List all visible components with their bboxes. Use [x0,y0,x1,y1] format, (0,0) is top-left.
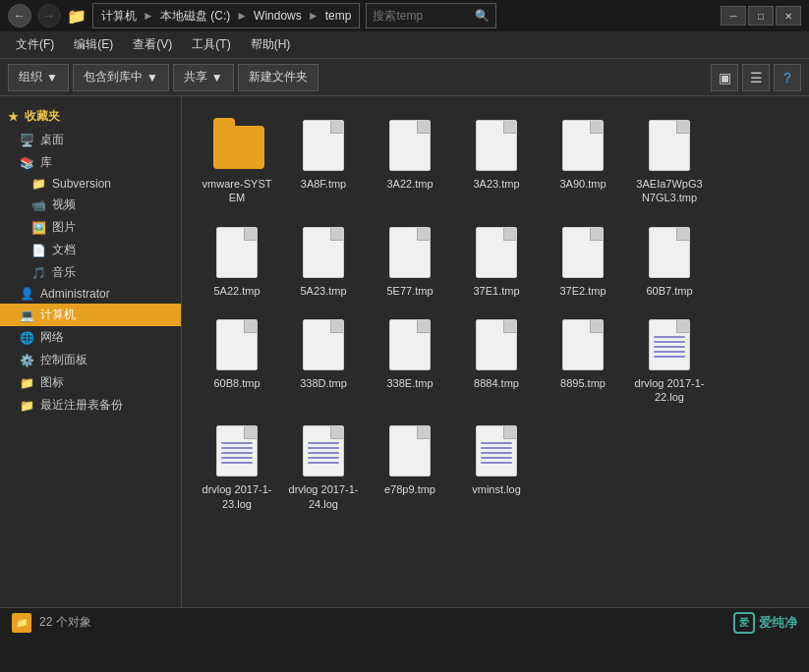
organize-button[interactable]: 组织 ▼ [8,64,69,91]
new-folder-button[interactable]: 新建文件夹 [238,64,318,91]
view-toggle-button[interactable]: ▣ [711,64,738,91]
file-area: vmware-SYSTEM3A8F.tmp3A22.tmp3A23.tmp3A9… [182,96,809,607]
path-windows: Windows [254,9,302,23]
folder-icon: 📁 [20,376,34,390]
file-item[interactable]: 60B8.tmp [198,311,276,411]
menu-tools[interactable]: 工具(T) [184,32,238,57]
menu-edit[interactable]: 编辑(E) [66,32,121,57]
file-item[interactable]: drvlog 2017-1-22.log [630,311,709,411]
file-item[interactable]: 338D.tmp [284,311,363,411]
statusbar-right: 爱 爱纯净 [733,612,797,634]
doc-icon [473,317,520,372]
search-input[interactable] [373,9,471,23]
file-item[interactable]: 37E1.tmp [457,219,536,304]
document-icon: 📄 [31,244,46,257]
computer-icon: 💻 [20,308,34,322]
share-button[interactable]: 共享 ▼ [173,64,234,91]
forward-button[interactable]: → [37,4,61,28]
file-item[interactable]: vminst.log [457,418,536,517]
chevron-down-icon: ▼ [211,71,223,84]
file-item[interactable]: 338E.tmp [371,311,449,411]
toolbar-right: ▣ ☰ ? [711,64,801,91]
file-item[interactable]: 5A22.tmp [198,219,276,304]
file-item[interactable]: 3A22.tmp [371,112,449,211]
sidebar-item-computer[interactable]: 💻 计算机 [0,304,181,326]
sidebar-item-controlpanel[interactable]: ⚙️ 控制面板 [0,349,181,371]
file-name: 60B8.tmp [213,376,260,390]
file-item[interactable]: 8884.tmp [457,311,536,411]
sidebar-item-library[interactable]: 📚 库 [0,151,181,174]
file-item[interactable]: 3A90.tmp [544,112,622,211]
file-name: 3A8F.tmp [301,177,346,191]
doc-icon [386,225,433,280]
sidebar-item-icons[interactable]: 📁 图标 [0,371,181,394]
favorites-section: ★ 收藏夹 [0,104,181,129]
sidebar-item-music[interactable]: 🎵 音乐 [0,261,181,284]
window-controls: ─ □ ✕ [721,6,801,26]
file-name: 338E.tmp [386,376,433,390]
file-item[interactable]: vmware-SYSTEM [198,112,276,211]
file-name: 3A22.tmp [386,177,433,191]
folder-icon: 📁 [67,7,87,26]
back-button[interactable]: ← [8,4,31,28]
file-name: vmware-SYSTEM [202,177,272,205]
file-name: 5E77.tmp [386,284,433,298]
file-name: 37E2.tmp [559,284,606,298]
minimize-button[interactable]: ─ [721,6,746,26]
file-item[interactable]: 37E2.tmp [544,219,622,304]
sidebar-item-desktop[interactable]: 🖥️ 桌面 [0,129,181,151]
file-name: 3A23.tmp [473,177,519,191]
doc-icon [300,118,347,173]
sidebar-item-pictures[interactable]: 🖼️ 图片 [0,216,181,239]
doc-icon [473,225,520,280]
doc-icon [559,225,607,280]
sidebar-item-video[interactable]: 📹 视频 [0,194,181,216]
menu-view[interactable]: 查看(V) [125,32,180,57]
path-temp: temp [325,9,352,23]
file-name: drvlog 2017-1-24.log [288,482,359,511]
log-icon [473,423,520,478]
search-box[interactable]: 🔍 [366,3,496,28]
toolbar: 组织 ▼ 包含到库中 ▼ 共享 ▼ 新建文件夹 ▣ ☰ ? [0,59,809,96]
file-item[interactable]: 8895.tmp [544,311,622,411]
library-icon: 📚 [20,156,34,170]
control-icon: ⚙️ [20,354,34,367]
close-button[interactable]: ✕ [776,6,801,26]
folder-icon [213,118,260,173]
sidebar-item-network[interactable]: 🌐 网络 [0,326,181,349]
folder-icon: 📁 [31,177,46,191]
file-item[interactable]: 3AEIa7WpG3N7GL3.tmp [630,112,709,211]
log-icon [213,423,260,478]
file-item[interactable]: e78p9.tmp [371,418,449,517]
view-list-button[interactable]: ☰ [742,64,770,91]
include-lib-button[interactable]: 包含到库中 ▼ [73,64,169,91]
statusbar: 📁 22 个对象 爱 爱纯净 [0,607,809,637]
sidebar-item-documents[interactable]: 📄 文档 [0,239,181,261]
doc-icon [300,225,347,280]
file-name: e78p9.tmp [384,482,435,496]
watermark-logo: 爱 [733,612,755,634]
file-item[interactable]: drvlog 2017-1-24.log [284,418,363,517]
menu-help[interactable]: 帮助(H) [243,32,299,57]
file-name: 5A22.tmp [213,284,260,298]
sidebar-item-regbackup[interactable]: 📁 最近注册表备份 [0,394,181,417]
menu-file[interactable]: 文件(F) [8,32,62,57]
file-item[interactable]: drvlog 2017-1-23.log [198,418,276,517]
file-item[interactable]: 3A23.tmp [457,112,536,211]
doc-icon [473,118,520,173]
chevron-down-icon: ▼ [46,71,58,84]
file-name: drvlog 2017-1-22.log [634,376,705,405]
doc-icon [213,317,260,372]
file-item[interactable]: 3A8F.tmp [284,112,363,211]
file-item[interactable]: 60B7.tmp [630,219,709,304]
file-item[interactable]: 5A23.tmp [284,219,363,304]
address-bar[interactable]: 计算机 ► 本地磁盘 (C:) ► Windows ► temp [92,3,360,28]
sidebar-item-administrator[interactable]: 👤 Administrator [0,284,181,304]
doc-icon [386,317,433,372]
sidebar-item-subversion[interactable]: 📁 Subversion [0,174,181,194]
doc-icon [213,225,260,280]
maximize-button[interactable]: □ [748,6,774,26]
file-item[interactable]: 5E77.tmp [371,219,449,304]
help-button[interactable]: ? [774,64,801,91]
menubar: 文件(F) 编辑(E) 查看(V) 工具(T) 帮助(H) [0,31,809,59]
